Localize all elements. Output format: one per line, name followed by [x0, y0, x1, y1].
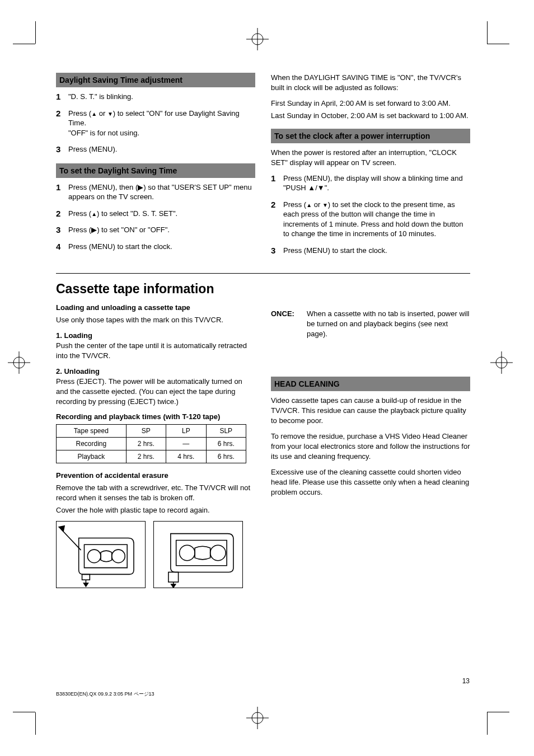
- svg-rect-21: [168, 572, 179, 582]
- td: 2 hrs.: [126, 437, 166, 450]
- step-number: 1: [56, 182, 68, 202]
- td: 4 hrs.: [166, 450, 206, 463]
- prevent-body-1: Remove the tab with a screwdriver, etc. …: [56, 483, 255, 503]
- th-sp: SP: [126, 424, 166, 437]
- dst-note-3: Last Sunday in October, 2:00 AM is set b…: [271, 111, 470, 121]
- head-cleaning-p1: Video cassette tapes can cause a build-u…: [271, 396, 470, 426]
- step-text: Press (MENU), the display will show a bl…: [283, 173, 470, 193]
- load-step-1: 1. Loading Push the center of the tape u…: [56, 331, 255, 361]
- crop-mark: [35, 712, 36, 735]
- text-fragment: Press (: [68, 109, 91, 118]
- load-step-2: 2. Unloading Press (EJECT). The power wi…: [56, 367, 255, 407]
- down-triangle-icon: [107, 109, 113, 118]
- step-text: Press () to select "D. S. T. SET".: [68, 209, 255, 219]
- cassette-remove-tab-illustration: [56, 521, 146, 588]
- step-2: 2 Press ( or ) to select "ON" for use Da…: [56, 109, 255, 138]
- up-triangle-icon: [91, 109, 97, 118]
- text-fragment: Press (: [283, 200, 306, 209]
- step-number: 4: [56, 242, 68, 252]
- down-triangle-icon: [322, 200, 328, 209]
- once-body: When a cassette with no tab is inserted,…: [307, 309, 470, 339]
- th-slp: SLP: [206, 424, 246, 437]
- td: Playback: [57, 450, 127, 463]
- cassette-section-title: Cassette tape information: [56, 281, 470, 297]
- up-triangle-icon: [91, 209, 97, 218]
- dst-adjustment-heading: Daylight Saving Time adjustment: [56, 73, 255, 87]
- text-fragment: or: [97, 109, 107, 118]
- step-number: 2: [56, 109, 68, 138]
- crop-mark: [35, 21, 36, 44]
- svg-marker-13: [59, 526, 64, 532]
- cassette-illustrations: [56, 521, 255, 588]
- table-label: Recording and playback times (with T-120…: [56, 412, 255, 421]
- step-text: Press (MENU) to start the clock.: [68, 242, 255, 252]
- load-1-body: Push the center of the tape until it is …: [56, 341, 247, 360]
- dst-note-1: When the DAYLIGHT SAVING TIME is "ON", t…: [271, 73, 470, 93]
- dst-note-2: First Sunday in April, 2:00 AM is set fo…: [271, 98, 470, 109]
- step-text: Press (MENU) to start the clock.: [283, 246, 470, 256]
- step-1: 1 "D. S. T." is blinking.: [56, 92, 255, 102]
- svg-marker-18: [84, 583, 88, 586]
- crop-mark: [13, 44, 35, 44]
- step-2b: 2 Press () to select "D. S. T. SET".: [56, 209, 255, 219]
- text-fragment: or: [312, 200, 322, 209]
- left-column: Daylight Saving Time adjustment 1 "D. S.…: [56, 73, 255, 262]
- tape-time-table: Tape speed SP LP SLP Recording 2 hrs. — …: [56, 424, 246, 463]
- rstep-3: 3 Press (MENU) to start the clock.: [271, 246, 470, 256]
- step-number: 2: [56, 209, 68, 219]
- step-4b: 4 Press (MENU) to start the clock.: [56, 242, 255, 252]
- registration-mark: [8, 351, 30, 374]
- step-1b: 1 Press (MENU), then (▶) so that "USER'S…: [56, 182, 255, 202]
- prevent-body-2: Cover the hole with plastic tape to reco…: [56, 505, 255, 515]
- crop-mark: [487, 44, 509, 44]
- svg-point-19: [180, 545, 195, 561]
- registration-mark: [246, 707, 269, 729]
- svg-point-15: [112, 550, 125, 563]
- bottom-left-column: Loading and unloading a cassette tape Us…: [56, 301, 255, 588]
- step-text: Press ( or ) to select "ON" for use Dayl…: [68, 109, 255, 138]
- svg-point-20: [210, 545, 226, 561]
- td: 6 hrs.: [206, 450, 246, 463]
- th-lp: LP: [166, 424, 206, 437]
- head-cleaning-heading: HEAD CLEANING: [271, 377, 470, 391]
- step-number: 1: [271, 173, 283, 193]
- source-filename: B3830ED(EN).QX 09.9.2 3:05 PM ページ13: [56, 691, 154, 698]
- load-2-body: Press (EJECT). The power will be automat…: [56, 377, 242, 406]
- step-number: 1: [56, 92, 68, 102]
- crop-mark: [487, 712, 488, 735]
- once-note: ONCE: When a cassette with no tab is ins…: [271, 309, 470, 339]
- cassette-cover-tab-illustration: [153, 521, 243, 588]
- head-cleaning-p2: To remove the residue, purchase a VHS Vi…: [271, 431, 470, 462]
- table-row: Recording 2 hrs. — 6 hrs.: [57, 437, 246, 450]
- step-number: 3: [56, 225, 68, 235]
- right-column: When the DAYLIGHT SAVING TIME is "ON", t…: [271, 73, 470, 262]
- svg-line-12: [61, 529, 81, 550]
- registration-mark: [246, 28, 269, 50]
- step-number: 3: [56, 144, 68, 154]
- clock-interrupt-intro: When the power is restored after an inte…: [271, 148, 470, 168]
- step-text: Press (▶) to set "ON" or "OFF".: [68, 225, 255, 235]
- text-fragment: ) to select "D. S. T. SET".: [97, 209, 177, 218]
- svg-marker-23: [171, 584, 176, 588]
- step-text: Press ( or ) to set the clock to the pre…: [283, 200, 470, 239]
- load-2-label: 2. Unloading: [56, 367, 100, 375]
- table-row: Playback 2 hrs. 4 hrs. 6 hrs.: [57, 450, 246, 463]
- up-triangle-icon: [306, 200, 312, 209]
- step-3b: 3 Press (▶) to set "ON" or "OFF".: [56, 225, 255, 235]
- rstep-1: 1 Press (MENU), the display will show a …: [271, 173, 470, 193]
- rstep-2: 2 Press ( or ) to set the clock to the p…: [271, 200, 470, 239]
- top-columns: Daylight Saving Time adjustment 1 "D. S.…: [56, 73, 470, 262]
- step-3: 3 Press (MENU).: [56, 144, 255, 154]
- once-label: ONCE:: [271, 309, 307, 319]
- td: 2 hrs.: [126, 450, 166, 463]
- step-number: 3: [271, 246, 283, 256]
- page-number: 13: [462, 677, 470, 685]
- svg-point-14: [87, 550, 101, 563]
- crop-mark: [13, 712, 35, 712]
- step-text: Press (MENU).: [68, 144, 255, 154]
- bottom-right-column: ONCE: When a cassette with no tab is ins…: [271, 301, 470, 588]
- prevent-subheading: Prevention of accidental erasure: [56, 471, 255, 480]
- text-fragment: Press (: [68, 209, 91, 218]
- bottom-columns: Loading and unloading a cassette tape Us…: [56, 301, 470, 588]
- step-number: 2: [271, 200, 283, 239]
